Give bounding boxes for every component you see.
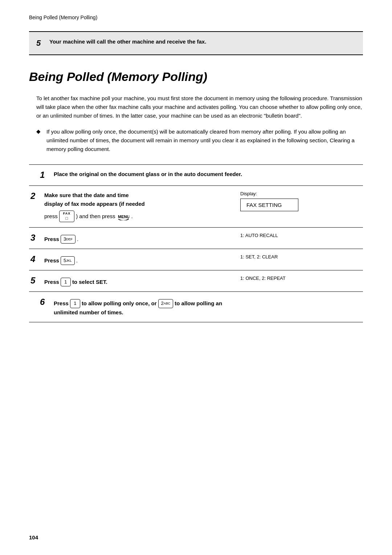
step2-press-line: press FAX □ ) and then press MENU bbox=[44, 211, 145, 222]
step4-content: Press 5JKL . bbox=[44, 254, 78, 265]
press-label-6: Press bbox=[54, 299, 69, 308]
step4-number: 4 bbox=[30, 254, 39, 265]
step6-number: 6 bbox=[40, 297, 49, 307]
table-row: 3 Press 3DEF . 1: AUTO RECALL bbox=[29, 227, 363, 249]
step6-extra2: to allow polling an bbox=[175, 299, 222, 308]
fax-key-top: FAX bbox=[63, 212, 71, 216]
key-1-step5: 1 bbox=[61, 278, 71, 286]
step5-extra: to select SET. bbox=[72, 278, 107, 286]
display-value-5: 1: ONCE, 2: REPEAT bbox=[240, 276, 359, 281]
chapter-title: Being Polled (Memory Polling) bbox=[29, 70, 363, 84]
steps-table: 1 Place the original on the document gla… bbox=[29, 164, 363, 322]
menu-key-button: MENU bbox=[118, 212, 129, 220]
bullet-diamond-icon: ◆ bbox=[36, 128, 42, 154]
page-number: 104 bbox=[29, 534, 38, 540]
table-row: 2 Make sure that the date and timedispla… bbox=[29, 185, 363, 227]
period-3: . bbox=[77, 235, 78, 244]
table-row: 5 Press 1 to select SET. 1: ONCE, 2: REP… bbox=[29, 270, 363, 292]
key-1-step6: 1 bbox=[70, 299, 80, 308]
bullet-text: If you allow polling only once, the docu… bbox=[46, 127, 363, 154]
step6-extra3: unlimited number of times. bbox=[54, 309, 123, 315]
press-label-4: Press bbox=[44, 256, 59, 265]
step3-display-col: 1: AUTO RECALL bbox=[229, 227, 363, 249]
step2-number: 2 bbox=[30, 191, 39, 201]
press-label: press bbox=[44, 212, 58, 221]
press-label-5: Press bbox=[44, 278, 59, 286]
table-row: 1 Place the original on the document gla… bbox=[29, 165, 363, 186]
display-value-4: 1: SET, 2: CLEAR bbox=[240, 254, 359, 260]
fax-key-bottom: □ bbox=[66, 216, 68, 221]
step2-display-col: Display: FAX SETTING bbox=[229, 185, 363, 227]
intro-paragraph: To let another fax machine poll your mac… bbox=[29, 94, 363, 120]
key-3def: 3DEF bbox=[61, 235, 75, 244]
period: . bbox=[131, 212, 133, 221]
step3-number: 3 bbox=[30, 233, 39, 243]
step4-press-line: Press 5JKL . bbox=[44, 256, 78, 265]
display-box-2: FAX SETTING bbox=[240, 199, 298, 211]
and-then-press-label: ) and then press bbox=[76, 212, 115, 221]
breadcrumb: Being Polled (Memory Polling) bbox=[29, 15, 363, 20]
fax-key-button: FAX □ bbox=[59, 211, 75, 222]
press-label-3: Press bbox=[44, 235, 59, 244]
table-row: 6 Press 1 to allow polling only once, or… bbox=[29, 292, 363, 322]
table-row: 4 Press 5JKL . 1: SET, 2: CLEAR bbox=[29, 249, 363, 270]
step6-extra1: to allow polling only once, or bbox=[82, 299, 157, 308]
step1-number: 1 bbox=[40, 170, 49, 180]
step5-display-col: 1: ONCE, 2: REPEAT bbox=[229, 270, 363, 292]
step1-instruction: Place the original on the document glass… bbox=[54, 170, 242, 179]
step2-content: Make sure that the date and timedisplay … bbox=[44, 191, 145, 222]
step3-press-line: Press 3DEF . bbox=[44, 235, 78, 244]
step5-number: 5 bbox=[36, 38, 45, 48]
display-value-3: 1: AUTO RECALL bbox=[240, 233, 359, 238]
svg-text:MENU: MENU bbox=[118, 215, 129, 219]
key-2abc: 2ABC bbox=[158, 299, 173, 308]
step5-press-line: Press 1 to select SET. bbox=[44, 278, 107, 286]
display-value-2: FAX SETTING bbox=[246, 202, 282, 208]
step5-text: Your machine will call the other machine… bbox=[49, 38, 206, 45]
step6-content: Press 1 to allow polling only once, or 2… bbox=[54, 297, 222, 317]
step6-press-line: Press 1 to allow polling only once, or 2… bbox=[54, 299, 222, 308]
step5-box: 5 Your machine will call the other machi… bbox=[29, 31, 363, 55]
step3-content: Press 3DEF . bbox=[44, 233, 78, 244]
bullet-item: ◆ If you allow polling only once, the do… bbox=[29, 127, 363, 154]
page: Being Polled (Memory Polling) 5 Your mac… bbox=[0, 0, 392, 555]
menu-icon: MENU bbox=[118, 212, 129, 220]
display-label-2: Display: bbox=[240, 191, 359, 196]
key-5jkl: 5JKL bbox=[61, 256, 75, 265]
step5-step-number: 5 bbox=[30, 276, 39, 286]
period-4: . bbox=[76, 256, 78, 265]
step4-display-col: 1: SET, 2: CLEAR bbox=[229, 249, 363, 270]
step5-content: Press 1 to select SET. bbox=[44, 276, 107, 286]
